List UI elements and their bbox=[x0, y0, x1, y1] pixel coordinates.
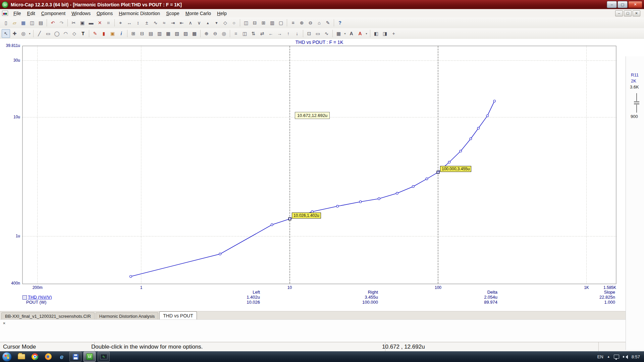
mdi-restore-button[interactable]: ▢ bbox=[624, 10, 632, 16]
zoom-out-icon[interactable]: ⊖ bbox=[211, 29, 219, 38]
go-to-x-icon[interactable]: ⇥ bbox=[169, 18, 177, 27]
global-high-low-icon[interactable]: ○ bbox=[230, 18, 238, 27]
menu-windows[interactable]: Windows bbox=[68, 10, 94, 17]
zoom-window-icon[interactable]: ◎ bbox=[220, 29, 228, 38]
line-tool-icon[interactable]: ╱ bbox=[35, 29, 44, 38]
taskbar-explorer[interactable] bbox=[16, 352, 27, 361]
cut-icon[interactable]: ✂ bbox=[69, 18, 78, 27]
clear-icon[interactable]: ✕ bbox=[96, 18, 104, 27]
tile-vertical-icon[interactable]: ⊟ bbox=[251, 18, 259, 27]
arc-tool-icon[interactable]: ◠ bbox=[61, 29, 70, 38]
grid-off-icon[interactable]: ⊟ bbox=[138, 29, 146, 38]
tab-thd-vs-pout[interactable]: THD vs POUT bbox=[159, 311, 197, 320]
pan-mode-icon[interactable]: ✚ bbox=[10, 29, 19, 38]
tab-circuit-file[interactable]: BB-XXI_final_v1_1200321_screenshots.CIR bbox=[1, 312, 95, 320]
home-icon[interactable]: ⌂ bbox=[315, 18, 323, 27]
vertical-axes-icon[interactable]: ▥ bbox=[155, 29, 164, 38]
taskbar-chrome[interactable] bbox=[29, 352, 41, 361]
cascade-windows-icon[interactable]: ◫ bbox=[242, 18, 250, 27]
font-icon[interactable]: A bbox=[347, 29, 356, 38]
select-mode-icon[interactable]: ↖ bbox=[2, 29, 10, 38]
schematic-edge-strip[interactable]: R11 2K 3.6K 900 bbox=[626, 56, 644, 350]
maximize-button[interactable]: ▢ bbox=[618, 1, 628, 8]
menu-monte-carlo[interactable]: Monte Carlo bbox=[182, 10, 214, 17]
go-to-y-icon[interactable]: ⇤ bbox=[177, 18, 186, 27]
overlay-icon[interactable]: ▥ bbox=[268, 18, 276, 27]
properties-icon[interactable]: ≡ bbox=[289, 18, 297, 27]
taskbar-firefox[interactable] bbox=[43, 352, 54, 361]
zoom-mode-icon[interactable]: ◎ bbox=[19, 29, 28, 38]
auto-scale-icon[interactable]: ⌗ bbox=[232, 29, 240, 38]
zoom-in-icon[interactable]: ⊕ bbox=[202, 29, 211, 38]
linear-scale-icon[interactable]: ▩ bbox=[190, 29, 199, 38]
data-points-icon[interactable]: ∿ bbox=[322, 29, 331, 38]
pan-right-icon[interactable]: → bbox=[275, 29, 284, 38]
copy-icon[interactable]: ▣ bbox=[78, 18, 87, 27]
grid-on-icon[interactable]: ⊞ bbox=[129, 29, 138, 38]
tile-horizontal-icon[interactable]: ⊞ bbox=[259, 18, 268, 27]
point-tag-icon[interactable]: ⌖ bbox=[116, 18, 125, 27]
maximize-plot-icon[interactable]: ▢ bbox=[277, 18, 285, 27]
waveform-icon[interactable]: ∿ bbox=[151, 18, 160, 27]
horizontal-axes-icon[interactable]: ▤ bbox=[147, 29, 155, 38]
pan-down-icon[interactable]: ↓ bbox=[293, 29, 301, 38]
print-icon[interactable]: ▤ bbox=[37, 18, 45, 27]
input-language-indicator[interactable]: EN bbox=[597, 354, 603, 359]
text-tool-icon[interactable]: T bbox=[79, 29, 87, 38]
log-x-icon[interactable]: ▧ bbox=[173, 29, 181, 38]
menu-edit[interactable]: Edit bbox=[24, 10, 38, 17]
save-icon[interactable]: ▦ bbox=[19, 18, 28, 27]
mdi-minimize-button[interactable]: – bbox=[615, 10, 623, 16]
taskbar-saved-app[interactable] bbox=[69, 352, 82, 362]
undo-icon[interactable]: ↶ bbox=[49, 18, 57, 27]
align-grid-icon[interactable]: ▦ bbox=[334, 29, 343, 38]
measure-icon[interactable]: ± bbox=[143, 18, 151, 27]
add-scale-icon[interactable]: ⊕ bbox=[298, 18, 306, 27]
horizontal-tag-icon[interactable]: ↔ bbox=[125, 18, 133, 27]
close-pane-icon[interactable]: ✕ bbox=[2, 321, 7, 326]
help-icon[interactable]: ? bbox=[336, 18, 344, 27]
low-icon[interactable]: ▼ bbox=[212, 18, 221, 27]
peak-icon[interactable]: ∧ bbox=[186, 18, 195, 27]
remove-scale-icon[interactable]: ⊖ bbox=[306, 18, 315, 27]
rectangle-tool-icon[interactable]: ▭ bbox=[44, 29, 52, 38]
thd-vs-pout-chart[interactable] bbox=[0, 39, 626, 311]
send-back-icon[interactable]: ◨ bbox=[381, 29, 389, 38]
redo-icon[interactable]: ↷ bbox=[57, 18, 66, 27]
menu-scope[interactable]: Scope bbox=[163, 10, 182, 17]
harmonics-icon[interactable]: ≈ bbox=[160, 18, 168, 27]
menu-options[interactable]: Options bbox=[94, 10, 116, 17]
cursor-value-label[interactable]: 100.000,3.455u bbox=[440, 166, 471, 172]
restore-scale-icon[interactable]: ◫ bbox=[240, 29, 249, 38]
move-icon[interactable]: + bbox=[389, 29, 398, 38]
tab-harmonic-distortion-analysis[interactable]: Harmonic Distortion Analysis bbox=[96, 312, 158, 320]
speaker-icon[interactable] bbox=[623, 355, 628, 359]
mdi-close-button[interactable]: ✕ bbox=[633, 10, 640, 16]
taskbar-microcap-active[interactable]: 12 bbox=[84, 352, 96, 362]
scale-horizontal-icon[interactable]: ⇄ bbox=[258, 29, 266, 38]
font-color-icon[interactable]: A bbox=[356, 29, 364, 38]
plot-window[interactable]: THD vs POUT : F = 1K 200m1101001K1.585K3… bbox=[0, 39, 626, 311]
menu-help[interactable]: Help bbox=[214, 10, 230, 17]
valley-icon[interactable]: ∨ bbox=[195, 18, 203, 27]
open-file-icon[interactable]: ▱ bbox=[10, 18, 19, 27]
close-button[interactable]: ✕ bbox=[628, 1, 642, 8]
vertical-tag-icon[interactable]: ↕ bbox=[134, 18, 142, 27]
dropdown-arrow-icon[interactable]: ▾ bbox=[28, 29, 32, 38]
picture-icon[interactable]: ▣ bbox=[108, 29, 117, 38]
start-button[interactable] bbox=[2, 352, 12, 362]
taskbar-waveform-app[interactable]: ∿ bbox=[98, 352, 110, 362]
scale-vertical-icon[interactable]: ⇅ bbox=[249, 29, 258, 38]
annotate-icon[interactable]: ✎ bbox=[324, 18, 332, 27]
show-hidden-icons-arrow[interactable]: ▲ bbox=[607, 355, 610, 358]
cursor-value-label[interactable]: 10.026,1.402u bbox=[292, 213, 321, 219]
taskbar-ie[interactable]: e bbox=[56, 352, 67, 361]
high-icon[interactable]: ▲ bbox=[204, 18, 212, 27]
dropdown-arrow-icon[interactable]: ▾ bbox=[365, 29, 368, 38]
select-all-icon[interactable]: ⌗ bbox=[104, 18, 113, 27]
bring-front-icon[interactable]: ◧ bbox=[372, 29, 380, 38]
red-pen-icon[interactable]: ✎ bbox=[91, 29, 99, 38]
new-file-icon[interactable]: ▯ bbox=[2, 18, 10, 27]
log-y-icon[interactable]: ▨ bbox=[181, 29, 190, 38]
network-icon[interactable] bbox=[614, 355, 619, 359]
